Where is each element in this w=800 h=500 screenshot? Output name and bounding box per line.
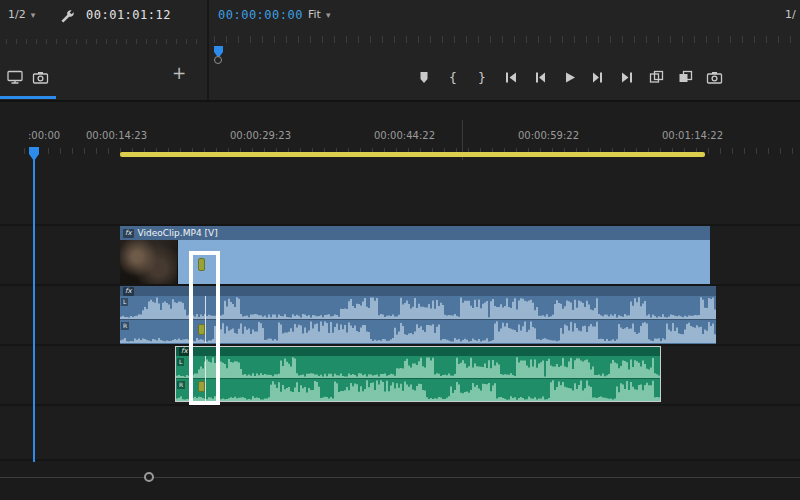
ruler-label: 00:00:59:22 [518, 130, 579, 141]
ruler-label: 00:00:29:23 [230, 130, 291, 141]
left-timecode[interactable]: 00:01:01:12 [86, 8, 171, 22]
video-clip-title: VideoClip.MP4 [V] [138, 228, 218, 238]
channel-left-label: L [177, 358, 184, 366]
mark-out-brace-icon[interactable]: } [472, 68, 492, 86]
lift-icon[interactable] [646, 68, 666, 86]
panel-focus-accent-line [0, 96, 56, 99]
step-forward-icon[interactable] [588, 68, 608, 86]
channel-left-label: L [121, 298, 128, 306]
right-fraction-label: 1/ [785, 8, 796, 21]
timeline-bottom-area [0, 461, 800, 500]
work-area-bar[interactable] [120, 152, 705, 157]
monitor-icon[interactable] [5, 68, 25, 86]
playhead-line[interactable] [33, 150, 35, 462]
timeline-track-area: :00:00 00:00:14:23 00:00:29:23 00:00:44:… [0, 102, 800, 500]
camera-icon[interactable] [30, 68, 50, 86]
extract-icon[interactable] [675, 68, 695, 86]
ruler-label: :00:00 [28, 130, 60, 141]
chevron-down-icon: ▾ [326, 10, 331, 20]
zoom-fit-dropdown[interactable]: Fit ▾ [308, 8, 330, 21]
fx-badge: fx [123, 287, 134, 296]
horizontal-scrollbar-handle[interactable] [144, 472, 154, 482]
timeline-header-bar: 1/2 ▾ 00:01:01:12 00:00:00:00 Fit ▾ 1/ [0, 0, 800, 100]
green-audio-clip[interactable]: fx L R [175, 346, 661, 402]
left-tick-strip [6, 39, 202, 44]
zoom-fit-value: Fit [308, 8, 321, 21]
mini-timeline-tick-strip[interactable] [214, 36, 794, 43]
mini-playhead-marker[interactable] [214, 43, 223, 55]
fx-badge: fx [123, 229, 134, 238]
mark-in-brace-icon[interactable]: { [443, 68, 463, 86]
ruler-label: 00:01:14:22 [662, 130, 723, 141]
track-divider [0, 404, 800, 406]
program-timecode[interactable]: 00:00:00:00 [218, 8, 303, 22]
ruler-label: 00:00:44:22 [374, 130, 435, 141]
wrench-settings-icon[interactable] [56, 6, 76, 24]
step-back-icon[interactable] [530, 68, 550, 86]
marker-icon[interactable] [414, 68, 434, 86]
track-fraction-dropdown[interactable]: 1/2 ▾ [8, 8, 35, 21]
annotation-highlight-box [189, 251, 220, 405]
play-button-icon[interactable] [559, 68, 579, 86]
track-fraction-value: 1/2 [8, 8, 26, 21]
ruler-label: 00:00:14:23 [86, 130, 147, 141]
green-clip-header: fx [176, 347, 660, 356]
transport-toolbar: { } [414, 64, 724, 90]
video-clip-header: fx VideoClip.MP4 [V] [120, 226, 710, 240]
video-clip-thumbnail [120, 240, 178, 284]
horizontal-scrollbar-track[interactable] [0, 477, 800, 478]
zoom-handle-dot[interactable] [214, 56, 222, 64]
premiere-timeline-panel: 1/2 ▾ 00:01:01:12 00:00:00:00 Fit ▾ 1/ [0, 0, 800, 500]
panel-vertical-divider [207, 0, 209, 100]
export-frame-camera-icon[interactable] [704, 68, 724, 86]
channel-right-label: R [177, 381, 185, 389]
go-to-in-icon[interactable] [501, 68, 521, 86]
add-button[interactable]: + [170, 63, 188, 83]
green-waveform-right [176, 379, 660, 401]
green-waveform-left [176, 356, 660, 378]
channel-right-label: R [121, 322, 129, 330]
playhead-handle[interactable] [29, 146, 39, 160]
time-ruler[interactable]: :00:00 00:00:14:23 00:00:29:23 00:00:44:… [0, 110, 800, 158]
chevron-down-icon: ▾ [31, 10, 36, 20]
go-to-out-icon[interactable] [617, 68, 637, 86]
